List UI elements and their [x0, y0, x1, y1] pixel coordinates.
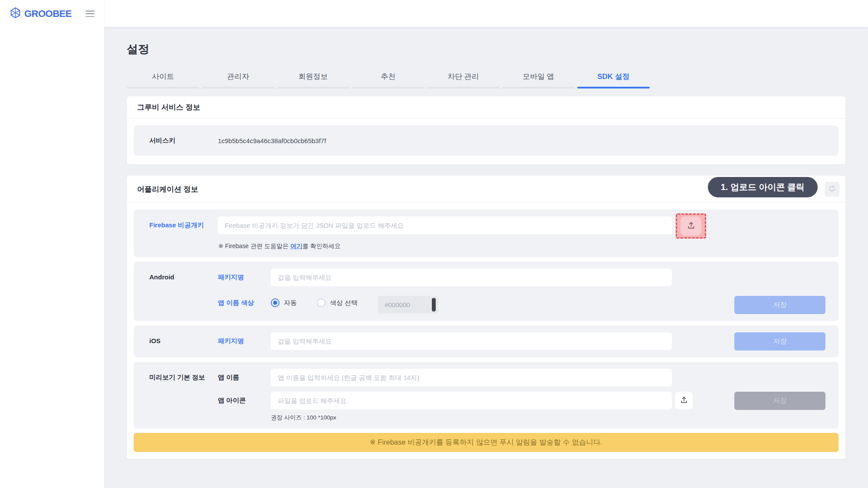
radio-auto[interactable]: 자동 [271, 294, 297, 307]
firebase-help-prefix: ※ Firebase 관련 도움말은 [218, 242, 290, 249]
service-info-card: 그루비 서비스 정보 서비스키 1c9b5b5c4c9a46c38af0cb0c… [127, 96, 845, 164]
ios-label: iOS [149, 332, 218, 350]
radio-color-select[interactable]: 색상 선택 [317, 294, 358, 307]
firebase-key-row: Firebase 비공개키 [134, 210, 838, 257]
firebase-warning-banner: ※ Firebase 비공개키를 등록하지 않으면 푸시 알림을 발송할 수 없… [134, 433, 838, 452]
service-key-label: 서비스키 [149, 137, 218, 145]
tab-admin[interactable]: 관리자 [202, 72, 274, 88]
tab-block-management[interactable]: 차단 관리 [427, 72, 500, 88]
tab-site[interactable]: 사이트 [127, 72, 199, 88]
radio-auto-label: 자동 [284, 299, 297, 307]
tab-recommend[interactable]: 추천 [352, 72, 424, 88]
settings-tabs: 사이트 관리자 회원정보 추천 차단 관리 모바일 앱 SDK 설정 [127, 72, 650, 88]
app-name-label: 앱 이름 [218, 369, 271, 382]
service-info-body: 서비스키 1c9b5b5c4c9a46c38af0cb0cb65b3f7f [127, 118, 845, 164]
app-name-input[interactable] [271, 369, 672, 386]
service-info-title: 그루비 서비스 정보 [137, 102, 200, 112]
color-code-placeholder: #000000 [385, 301, 410, 308]
radio-auto-circle[interactable] [271, 298, 279, 307]
ios-package-input[interactable] [271, 332, 672, 350]
firebase-upload-button[interactable] [681, 216, 701, 236]
tab-member-info[interactable]: 회원정보 [277, 72, 349, 88]
tab-mobile-app[interactable]: 모바일 앱 [502, 72, 575, 88]
android-label: Android [149, 269, 218, 314]
icon-size-hint: 권장 사이즈 : 100 *100px [271, 414, 336, 422]
ios-row: iOS 패키지명 저장 [134, 325, 838, 357]
sidebar-header: GROOBEE [0, 0, 104, 20]
preview-info-label: 미리보기 기본 정보 [149, 369, 218, 422]
page-title: 설정 [127, 42, 845, 57]
topbar [104, 0, 868, 27]
ios-package-label: 패키지명 [218, 332, 271, 345]
logo-text: GROOBEE [24, 8, 72, 20]
hamburger-icon[interactable] [85, 10, 95, 17]
firebase-upload-highlight [676, 213, 706, 239]
ios-save-button[interactable]: 저장 [734, 332, 825, 350]
application-info-title: 어플리케이션 정보 [137, 184, 198, 194]
android-package-input[interactable] [271, 269, 672, 286]
app-icon-label: 앱 아이콘 [218, 392, 271, 405]
color-code-input[interactable]: #000000 [378, 296, 438, 314]
service-key-value: 1c9b5b5c4c9a46c38af0cb0cb65b3f7f [218, 137, 326, 144]
sidebar: GROOBEE [0, 0, 104, 488]
firebase-key-label: Firebase 비공개키 [149, 216, 218, 250]
upload-icon [687, 221, 696, 231]
firebase-help-link[interactable]: 여기 [290, 242, 302, 249]
app-root: GROOBEE 설정 사이트 관리자 회원정보 추천 차단 관리 모바일 앱 S… [0, 0, 868, 488]
android-row: Android 패키지명 앱 이름 색상 자동 [134, 262, 838, 321]
service-key-row: 서비스키 1c9b5b5c4c9a46c38af0cb0cb65b3f7f [134, 125, 838, 156]
android-save-button[interactable]: 저장 [734, 296, 825, 314]
color-preview-bar [432, 298, 436, 311]
firebase-help-text: ※ Firebase 관련 도움말은 여기를 확인하세요 [218, 242, 838, 250]
upload-step-tooltip: 1. 업로드 아이콘 클릭 [708, 177, 818, 197]
preview-save-button[interactable]: 저장 [734, 392, 825, 410]
app-name-color-label: 앱 이름 색상 [218, 294, 271, 307]
tab-sdk-settings[interactable]: SDK 설정 [577, 72, 650, 88]
app-icon-upload-button[interactable] [675, 392, 693, 409]
radio-color-select-label: 색상 선택 [330, 299, 358, 307]
firebase-help-suffix: 를 확인하세요 [302, 242, 341, 249]
groobee-logo[interactable]: GROOBEE [10, 7, 72, 20]
preview-info-row: 미리보기 기본 정보 앱 이름 앱 아이콘 [134, 362, 838, 429]
main-area: 설정 사이트 관리자 회원정보 추천 차단 관리 모바일 앱 SDK 설정 그루… [104, 0, 868, 488]
refresh-icon [828, 184, 836, 194]
service-info-header: 그루비 서비스 정보 [127, 96, 845, 118]
firebase-key-input[interactable] [218, 216, 672, 234]
application-info-body: Firebase 비공개키 [127, 203, 845, 459]
application-info-card: 1. 업로드 아이콘 클릭 어플리케이션 정보 [127, 176, 845, 459]
app-icon-input[interactable] [271, 392, 672, 409]
upload-icon [680, 396, 688, 406]
refresh-button[interactable] [825, 182, 839, 197]
hexagon-logo-icon [10, 7, 21, 20]
android-package-label: 패키지명 [218, 269, 271, 282]
content: 설정 사이트 관리자 회원정보 추천 차단 관리 모바일 앱 SDK 설정 그루… [104, 27, 868, 470]
radio-color-select-circle[interactable] [317, 298, 326, 307]
